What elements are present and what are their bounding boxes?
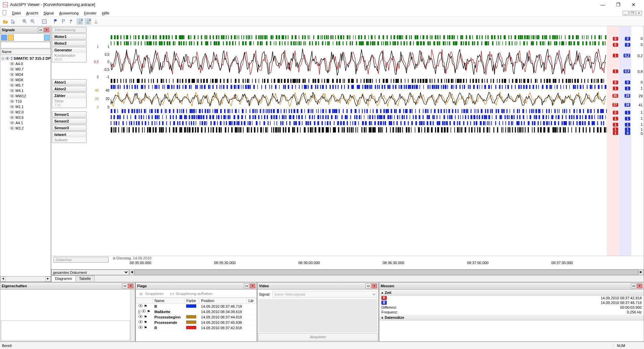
tree-root[interactable]: −SIMATIC S7 315-2 DP bbox=[0, 56, 51, 61]
tool-marker2-icon[interactable] bbox=[60, 18, 67, 25]
tree-item[interactable]: A4.0 bbox=[0, 61, 51, 66]
waveform[interactable] bbox=[111, 85, 607, 91]
flag-row[interactable]: ⚑R14.09.2010 08:37:42.818 bbox=[136, 325, 257, 331]
tool-marker1-icon[interactable] bbox=[52, 18, 59, 25]
tool-anchor3-icon[interactable] bbox=[93, 18, 99, 25]
tool-cursor-icon[interactable] bbox=[10, 18, 17, 25]
signals-close-icon[interactable]: × bbox=[44, 28, 49, 32]
waveform[interactable] bbox=[111, 79, 607, 85]
svg-rect-1098 bbox=[118, 121, 119, 125]
props-pin-icon[interactable]: ▭ bbox=[122, 284, 127, 288]
flags-close-icon[interactable]: × bbox=[250, 284, 255, 288]
zeit-collapse-icon[interactable]: ▴ bbox=[381, 290, 385, 295]
waveform[interactable] bbox=[111, 41, 607, 47]
mdi-close[interactable]: × bbox=[636, 11, 642, 15]
tree-item[interactable]: M3.6 bbox=[0, 115, 51, 120]
svg-rect-620 bbox=[253, 85, 255, 89]
waveform[interactable] bbox=[111, 115, 607, 121]
menu-hilfe[interactable]: Hilfe bbox=[99, 10, 112, 16]
close-button[interactable]: ✕ bbox=[626, 0, 641, 9]
flag-row[interactable]: ⚑B14.09.2010 08:37:46.718 bbox=[136, 304, 257, 309]
scroll-left-icon[interactable]: ◄ bbox=[0, 277, 6, 282]
waveform[interactable] bbox=[111, 109, 607, 115]
mess-pin-icon[interactable]: ▭ bbox=[631, 284, 636, 288]
hscroll-right-icon[interactable]: ► bbox=[638, 269, 644, 275]
tree-item[interactable]: M4.1 bbox=[0, 88, 51, 93]
waveform[interactable] bbox=[111, 127, 607, 134]
flags-pin-icon[interactable]: ▭ bbox=[244, 284, 249, 288]
track-sublabel[interactable]: KondensatorMD8 bbox=[52, 53, 87, 62]
flags-group-button[interactable]: Gruppieren bbox=[137, 291, 166, 297]
tree-item[interactable]: A4.1 bbox=[0, 120, 51, 126]
tree-item[interactable]: M1.1 bbox=[0, 104, 51, 109]
tree-item[interactable]: M0.7 bbox=[0, 66, 51, 72]
track-label[interactable]: Sensor2 bbox=[52, 118, 87, 124]
track-label[interactable]: Motor2 bbox=[52, 40, 87, 46]
mess-close-icon[interactable]: × bbox=[637, 284, 642, 288]
signals-pin-icon[interactable]: ▭ bbox=[38, 28, 43, 32]
video-close-icon[interactable]: × bbox=[372, 284, 377, 288]
props-close-icon[interactable]: × bbox=[128, 284, 133, 288]
data-collapse-icon[interactable]: ▴ bbox=[381, 315, 385, 319]
track-label[interactable]: Motor1 bbox=[52, 34, 87, 40]
signals-opts-icon[interactable] bbox=[44, 35, 50, 41]
waveform[interactable] bbox=[111, 121, 607, 127]
flag-row[interactable]: ⚑Prozessende14.09.2010 08:37:45.838 bbox=[136, 320, 257, 325]
track-label[interactable]: Sensor3 bbox=[52, 125, 87, 131]
mdi-restore[interactable]: ❐ bbox=[629, 11, 635, 15]
tree-item[interactable]: T10 bbox=[0, 99, 51, 104]
waveform[interactable] bbox=[111, 47, 607, 79]
signals-view2-icon[interactable] bbox=[8, 35, 14, 41]
tab-diagramm[interactable]: Diagramm bbox=[51, 276, 76, 282]
tree-item[interactable]: MD4 bbox=[0, 72, 51, 77]
props-vscroll[interactable] bbox=[130, 290, 135, 341]
tab-tabelle[interactable]: Tabelle bbox=[75, 276, 95, 282]
signals-filter-input[interactable] bbox=[1, 42, 50, 48]
menu-ansicht[interactable]: Ansicht bbox=[23, 10, 41, 16]
tree-item[interactable]: M3.2 bbox=[0, 126, 51, 131]
track-label[interactable]: Istwert bbox=[52, 132, 87, 138]
svg-rect-1245 bbox=[561, 121, 563, 125]
tool-marker3-icon[interactable] bbox=[68, 18, 75, 25]
flag-row[interactable]: + ⚑Maßkette14.09.2010 08:34:39.619 bbox=[136, 309, 257, 314]
menu-signal[interactable]: Signal bbox=[41, 10, 57, 16]
tool-open-icon[interactable] bbox=[2, 18, 9, 25]
menu-fenster[interactable]: Fenster bbox=[82, 10, 99, 16]
minimize-button[interactable]: — bbox=[595, 0, 610, 9]
video-signal-select[interactable]: keine Videosignale bbox=[272, 291, 377, 298]
signals-tree[interactable]: −SIMATIC S7 315-2 DPA4.0M0.7MD4MD8M5.7M4… bbox=[0, 55, 51, 277]
tool-zoom-out-icon[interactable] bbox=[30, 18, 36, 25]
tree-item[interactable]: MD8 bbox=[0, 77, 51, 83]
tool-anchor2-icon[interactable]: 2 bbox=[85, 18, 91, 25]
tool-anchor1-icon[interactable]: 1 bbox=[76, 18, 83, 25]
flags-table[interactable]: Name Farbe Position Lär ⚑B14.09.2010 08:… bbox=[136, 298, 257, 331]
tree-item[interactable]: M2.0 bbox=[0, 109, 51, 115]
waveform[interactable] bbox=[111, 35, 607, 41]
scroll-right-icon[interactable]: ► bbox=[45, 277, 51, 282]
signals-name-header[interactable]: Name bbox=[0, 49, 51, 55]
menu-auswertung[interactable]: Auswertung bbox=[56, 10, 81, 16]
range-select[interactable]: gesamtes Dokument bbox=[52, 270, 129, 275]
hscroll-thumb[interactable] bbox=[135, 269, 638, 275]
mdi-minimize[interactable]: _ bbox=[623, 11, 629, 15]
menu-datei[interactable]: Datei bbox=[9, 10, 23, 16]
flags-ungroup-button[interactable]: Gruppierung aufheben bbox=[168, 291, 215, 297]
flag-row[interactable]: ⚑Prozessbeginn14.09.2010 08:37:44.818 bbox=[136, 314, 257, 320]
track-label[interactable]: Aktor1 bbox=[52, 79, 87, 85]
track-label[interactable]: Sensor1 bbox=[52, 111, 87, 117]
track-label[interactable]: Zähler bbox=[52, 93, 87, 99]
video-play-button[interactable]: Abspielen bbox=[258, 333, 378, 341]
waveform[interactable] bbox=[111, 91, 607, 109]
hscroll-left-icon[interactable]: ◄ bbox=[129, 269, 135, 275]
track-sublabel[interactable]: TimerT10 bbox=[52, 98, 87, 108]
video-pin-icon[interactable]: ▭ bbox=[366, 284, 371, 288]
tree-item[interactable]: M5.7 bbox=[0, 83, 51, 88]
tool-fit-icon[interactable] bbox=[41, 18, 48, 25]
svg-rect-629 bbox=[285, 85, 286, 89]
tool-zoom-in-icon[interactable] bbox=[21, 18, 28, 25]
maximize-button[interactable]: ❐ bbox=[610, 0, 626, 9]
signals-view1-icon[interactable] bbox=[1, 35, 7, 41]
track-label[interactable]: Aktor2 bbox=[52, 86, 87, 92]
track-label[interactable]: Generator bbox=[52, 47, 87, 53]
tree-item[interactable]: MW12 bbox=[0, 93, 51, 99]
